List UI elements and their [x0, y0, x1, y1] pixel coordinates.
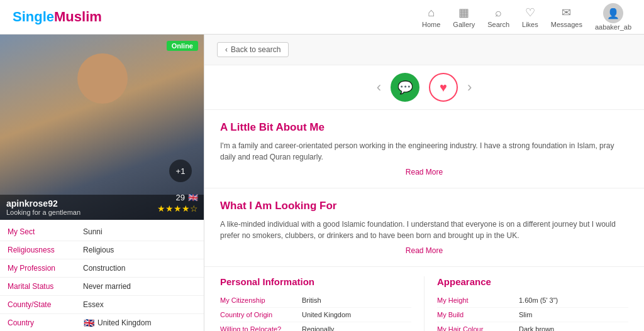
nav-search[interactable]: ⌕ Search [487, 6, 509, 28]
hair-colour-label: My Hair Colour [437, 325, 519, 331]
religiousness-label: Religiousness [8, 246, 83, 254]
message-button[interactable]: 💬 [391, 73, 419, 102]
appearance-col: Appearance My Height 1.60m (5' 3") My Bu… [437, 276, 628, 331]
profile-photo [0, 35, 204, 220]
like-button[interactable]: ♥ [429, 73, 458, 102]
hair-colour-row: My Hair Colour Dark brown [437, 322, 628, 331]
profile-username: apinkrose92 [6, 198, 80, 209]
left-panel: Online +1 apinkrose92 Looking for a gent… [0, 35, 204, 331]
citizenship-label: My Citizenship [220, 296, 302, 304]
flag-icon: 🇬🇧 [188, 193, 198, 202]
gallery-icon: ▦ [458, 6, 469, 19]
religiousness-value: Religious [83, 246, 114, 254]
message-icon: 💬 [397, 80, 413, 95]
profile-stars: ★★★★☆ [157, 203, 198, 214]
marital-label: Marital Status [8, 282, 83, 291]
looking-for-text: A like-minded individual with a good Isl… [220, 219, 628, 241]
personal-info-col: Personal Information My Citizenship Brit… [220, 276, 411, 331]
home-icon: ⌂ [428, 6, 435, 19]
build-value: Slim [519, 311, 532, 318]
country-of-origin-row: Country of Origin United Kingdom [220, 308, 411, 322]
personal-info-title: Personal Information [220, 276, 411, 287]
profile-image-area: Online +1 apinkrose92 Looking for a gent… [0, 35, 204, 220]
citizenship-value: British [302, 296, 321, 304]
hair-colour-value: Dark brown [519, 325, 554, 331]
country-of-origin-value: United Kingdom [302, 311, 351, 318]
nav-username-label: aabaker_ab [595, 23, 631, 31]
main-layout: Online +1 apinkrose92 Looking for a gent… [0, 35, 644, 331]
nav-messages[interactable]: ✉ Messages [551, 6, 582, 28]
citizenship-row: My Citizenship British [220, 293, 411, 308]
online-badge: Online [167, 41, 198, 51]
nav-likes[interactable]: ♡ Likes [522, 6, 538, 28]
nav-gallery-label: Gallery [453, 21, 475, 28]
looking-for-section: What I Am Looking For A like-minded indi… [204, 188, 644, 267]
nav-user-profile[interactable]: 👤 aabaker_ab [595, 3, 631, 31]
prev-profile-button[interactable]: ‹ [377, 79, 381, 95]
detail-religiousness: Religiousness Religious [0, 241, 204, 259]
nav-likes-label: Likes [522, 21, 538, 28]
looking-for-title: What I Am Looking For [220, 200, 628, 212]
build-label: My Build [437, 311, 519, 318]
messages-icon: ✉ [562, 6, 571, 19]
logo-single: Single [13, 9, 54, 24]
col-divider [424, 276, 425, 331]
about-me-read-more[interactable]: Read More [220, 168, 628, 176]
site-logo: SingleMuslim [13, 9, 102, 25]
sect-label: My Sect [8, 227, 83, 236]
nav-search-label: Search [487, 21, 509, 28]
personal-appearance-section: Personal Information My Citizenship Brit… [204, 267, 644, 331]
relocate-label: Willing to Relocate? [220, 325, 302, 331]
country-label: Country [8, 318, 83, 327]
country-of-origin-label: Country of Origin [220, 311, 302, 318]
country-value: 🇬🇧 United Kingdom [83, 318, 151, 327]
relocate-value: Regionally [302, 325, 334, 331]
profile-info-bar: apinkrose92 Looking for a gentleman 29 🇬… [0, 195, 204, 220]
sect-value: Sunni [83, 227, 103, 236]
right-panel: ‹ Back to search ‹ 💬 ♥ › A Little Bit Ab… [204, 35, 644, 331]
detail-sect: My Sect Sunni [0, 223, 204, 241]
profile-meta: 29 🇬🇧 ★★★★☆ [157, 193, 198, 214]
about-me-text: I'm a family and career-orientated perso… [220, 140, 628, 163]
county-value: Essex [83, 300, 104, 309]
header: SingleMuslim ⌂ Home ▦ Gallery ⌕ Search ♡… [0, 0, 644, 35]
plus-photos-indicator[interactable]: +1 [169, 160, 192, 182]
nav-gallery[interactable]: ▦ Gallery [453, 6, 475, 28]
back-chevron-icon: ‹ [225, 45, 228, 54]
search-icon: ⌕ [495, 6, 502, 19]
about-me-title: A Little Bit About Me [220, 121, 628, 134]
profile-tagline: Looking for a gentleman [6, 209, 80, 216]
detail-country: Country 🇬🇧 United Kingdom [0, 314, 204, 331]
profile-age: 29 [176, 193, 185, 202]
height-row: My Height 1.60m (5' 3") [437, 293, 628, 308]
profile-details: My Sect Sunni Religiousness Religious My… [0, 220, 204, 331]
height-label: My Height [437, 296, 519, 304]
build-row: My Build Slim [437, 308, 628, 322]
nav-messages-label: Messages [551, 21, 582, 28]
relocate-row: Willing to Relocate? Regionally [220, 322, 411, 331]
back-label: Back to search [231, 45, 280, 54]
back-to-search-button[interactable]: ‹ Back to search [217, 42, 289, 57]
avatar: 👤 [603, 3, 623, 23]
main-nav: ⌂ Home ▦ Gallery ⌕ Search ♡ Likes ✉ Mess… [422, 3, 631, 31]
profession-value: Construction [83, 264, 125, 273]
back-bar: ‹ Back to search [204, 35, 644, 65]
next-profile-button[interactable]: › [467, 79, 472, 95]
detail-marital: Marital Status Never married [0, 278, 204, 296]
marital-value: Never married [83, 282, 131, 291]
heart-icon: ♥ [440, 80, 447, 95]
action-buttons-row: ‹ 💬 ♥ › [204, 65, 644, 110]
looking-for-read-more[interactable]: Read More [220, 246, 628, 255]
likes-icon: ♡ [525, 6, 535, 19]
profession-label: My Profession [8, 264, 83, 273]
height-value: 1.60m (5' 3") [519, 296, 558, 304]
uk-flag-icon: 🇬🇧 [83, 319, 94, 327]
detail-profession: My Profession Construction [0, 259, 204, 278]
nav-home[interactable]: ⌂ Home [422, 6, 440, 28]
nav-home-label: Home [422, 21, 440, 28]
about-me-section: A Little Bit About Me I'm a family and c… [204, 110, 644, 188]
county-label: County/State [8, 300, 83, 309]
detail-county: County/State Essex [0, 296, 204, 314]
age-flag: 29 🇬🇧 [176, 193, 198, 202]
logo-muslim: Muslim [54, 9, 102, 24]
